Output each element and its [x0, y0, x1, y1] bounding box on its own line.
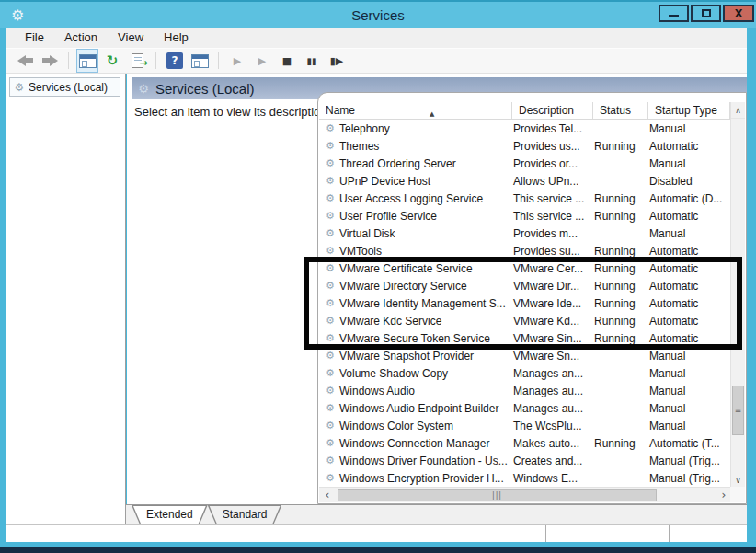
stop-service-button[interactable]: ■: [277, 50, 297, 72]
sidebar-item-label: Services (Local): [29, 81, 108, 94]
cell-startup-type: Manual: [645, 367, 730, 380]
service-gear-icon: ⚙: [323, 140, 338, 152]
cell-description: VMware Ide...: [509, 297, 590, 310]
toolbar: ↻→?▶▶■▮▮▮▶: [6, 48, 747, 74]
service-row[interactable]: ⚙VMware Kdc ServiceVMware Kd...RunningAu…: [319, 312, 730, 329]
back-button[interactable]: [15, 50, 35, 72]
service-row[interactable]: ⚙Windows AudioManages au...Manual: [319, 382, 730, 399]
services-gear-icon: ⚙: [10, 81, 29, 94]
service-row[interactable]: ⚙TelephonyProvides Tel...Manual: [319, 120, 730, 137]
service-row[interactable]: ⚙Volume Shadow CopyManages an...Manual: [319, 364, 730, 382]
scroll-up-arrow[interactable]: ∧: [731, 102, 745, 119]
maximize-button[interactable]: [691, 5, 721, 22]
cell-description: VMware Kd...: [509, 315, 590, 328]
cell-name: Windows Audio: [338, 385, 509, 397]
service-row[interactable]: ⚙User Profile ServiceThis service ...Run…: [319, 207, 730, 225]
refresh-button[interactable]: ↻: [102, 50, 122, 72]
start-service-icon: ▶: [234, 55, 241, 67]
tab-extended[interactable]: Extended: [132, 505, 208, 524]
column-header-status[interactable]: Status: [593, 102, 648, 119]
cell-startup-type: Automatic: [645, 262, 730, 275]
service-row[interactable]: ⚙Windows Driver Foundation - Us...Create…: [319, 452, 730, 469]
vertical-scroll-thumb[interactable]: ≡: [732, 386, 744, 435]
cell-startup-type: Manual (Trig...: [645, 472, 730, 485]
menu-action[interactable]: Action: [56, 28, 106, 48]
restart-service-button[interactable]: ▮▶: [326, 50, 347, 72]
service-gear-icon: ⚙: [323, 297, 338, 309]
table-rows: ⚙TelephonyProvides Tel...Manual⚙ThemesPr…: [319, 120, 730, 488]
tab-standard[interactable]: Standard: [208, 505, 282, 524]
service-gear-icon: ⚙: [323, 280, 338, 292]
service-row[interactable]: ⚙VMware Snapshot ProviderVMware Sn...Man…: [319, 347, 730, 364]
scroll-left-arrow[interactable]: ‹: [319, 488, 336, 502]
cell-description: This service ...: [509, 210, 590, 223]
cell-status: Running: [590, 437, 645, 450]
cell-description: Provides us...: [509, 140, 590, 153]
service-row[interactable]: ⚙VMware Directory ServiceVMware Dir...Ru…: [319, 277, 730, 294]
sidebar-item-services-local[interactable]: ⚙ Services (Local): [9, 77, 120, 97]
cell-description: Creates and...: [509, 455, 590, 467]
service-row[interactable]: ⚙Thread Ordering ServerProvides or...Man…: [319, 155, 730, 172]
service-row[interactable]: ⚙VMware Secure Token ServiceVMware Sin..…: [319, 329, 730, 347]
forward-button[interactable]: [40, 50, 60, 72]
service-row[interactable]: ⚙Windows Audio Endpoint BuilderManages a…: [319, 399, 730, 417]
cell-startup-type: Manual: [645, 350, 730, 363]
service-row[interactable]: ⚙Windows Encryption Provider H...Windows…: [319, 469, 730, 487]
cell-description: Manages au...: [509, 385, 590, 397]
service-row[interactable]: ⚙VMToolsProvides su...RunningAutomatic: [319, 242, 730, 259]
service-row[interactable]: ⚙User Access Logging ServiceThis service…: [319, 190, 730, 207]
cell-startup-type: Disabled: [645, 175, 730, 188]
show-console-tree-button[interactable]: [77, 50, 97, 72]
vertical-scrollbar[interactable]: ∧ ≡ ∨: [730, 102, 745, 489]
forward-icon: [42, 55, 58, 66]
cell-name: Windows Encryption Provider H...: [338, 472, 509, 485]
toolbar-separator: [68, 52, 69, 69]
cell-startup-type: Automatic: [645, 210, 730, 223]
horizontal-scroll-thumb[interactable]: |||: [338, 489, 657, 501]
pause-service-icon: ▮▮: [306, 56, 316, 66]
cell-startup-type: Automatic (D...: [645, 192, 730, 205]
show-console-tree-icon: [79, 54, 97, 68]
cell-description: VMware Cer...: [509, 262, 590, 275]
service-gear-icon: ⚙: [323, 210, 338, 222]
cell-startup-type: Manual (Trig...: [645, 455, 730, 467]
cell-name: VMware Kdc Service: [338, 315, 509, 328]
service-row[interactable]: ⚙Virtual DiskProvides m...Manual: [319, 225, 730, 242]
resume-service-button[interactable]: ▶: [252, 50, 272, 72]
cell-startup-type: Manual: [645, 157, 730, 170]
service-row[interactable]: ⚙VMware Identity Management S...VMware I…: [319, 294, 730, 312]
show-action-pane-button[interactable]: [189, 50, 210, 72]
description-hint: Select an item to view its description.: [134, 105, 330, 119]
service-row[interactable]: ⚙ThemesProvides us...RunningAutomatic: [319, 137, 730, 155]
column-header-description[interactable]: Description: [512, 102, 593, 119]
cell-startup-type: Automatic: [645, 297, 730, 310]
column-header-name[interactable]: Name ▲: [319, 102, 512, 119]
cell-name: Volume Shadow Copy: [338, 367, 509, 380]
service-gear-icon: ⚙: [323, 402, 338, 414]
service-row[interactable]: ⚙UPnP Device HostAllows UPn...Disabled: [319, 172, 730, 190]
desktop-strip: [0, 547, 756, 553]
minimize-button[interactable]: [659, 5, 689, 22]
panel-title: Services (Local): [155, 81, 255, 97]
cell-status: Running: [590, 315, 645, 328]
close-button[interactable]: X: [723, 5, 754, 22]
column-header-startup-type[interactable]: Startup Type: [648, 102, 730, 119]
export-list-button[interactable]: →: [127, 50, 147, 72]
restart-service-icon: ▮▶: [330, 55, 344, 67]
help-button[interactable]: ?: [165, 50, 185, 72]
cell-name: Telephony: [338, 122, 509, 135]
resume-service-icon: ▶: [258, 55, 266, 67]
service-gear-icon: ⚙: [323, 472, 338, 484]
cell-startup-type: Automatic: [645, 315, 730, 328]
menu-view[interactable]: View: [109, 28, 152, 48]
menu-file[interactable]: File: [17, 28, 52, 48]
service-row[interactable]: ⚙VMware Certificate ServiceVMware Cer...…: [319, 259, 730, 277]
service-row[interactable]: ⚙Windows Connection ManagerMakes auto...…: [319, 434, 730, 452]
service-row[interactable]: ⚙Windows Color SystemThe WcsPlu...Manual: [319, 417, 730, 434]
cell-name: User Profile Service: [338, 210, 509, 223]
pause-service-button[interactable]: ▮▮: [302, 50, 322, 72]
cell-name: Windows Connection Manager: [338, 437, 509, 450]
menu-help[interactable]: Help: [155, 28, 197, 48]
start-service-button[interactable]: ▶: [227, 50, 247, 72]
horizontal-scrollbar[interactable]: ‹ ||| ›: [319, 487, 732, 502]
